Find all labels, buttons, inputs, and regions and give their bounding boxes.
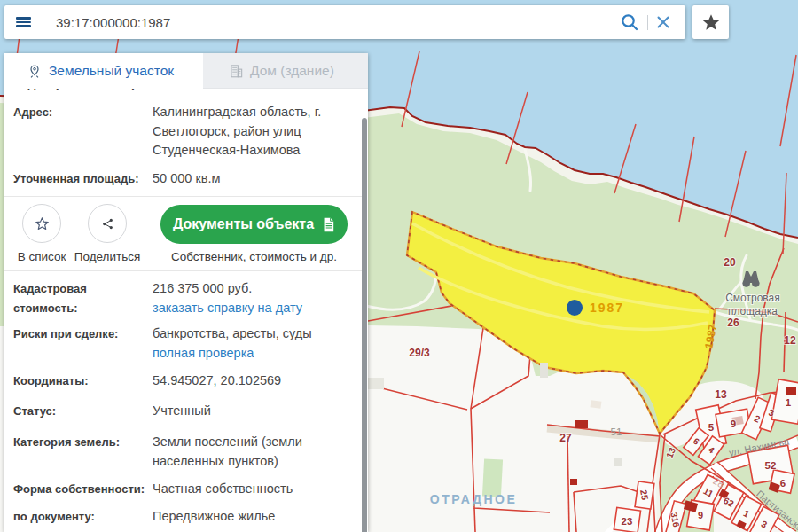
- category-label: Категория земель:: [13, 433, 146, 452]
- quarter-12: 12: [784, 334, 796, 347]
- viewpoint-label-1: Смотровая: [725, 292, 780, 304]
- divider-2: [4, 270, 362, 271]
- coords-value: 54.945027, 20.102569: [153, 372, 339, 391]
- menu-button[interactable]: [4, 5, 43, 39]
- cadnum-value: 39:17:000000:1987: [162, 89, 270, 90]
- documents-button-label: Документы объекта: [173, 216, 314, 232]
- parcel-5: 5: [708, 422, 715, 433]
- place-label: ОТРАДНОЕ: [430, 492, 518, 506]
- parcel-52: 52: [765, 460, 777, 471]
- quarter-27: 27: [559, 432, 572, 444]
- doc-label: по документу:: [13, 507, 146, 527]
- map-pin-icon: [27, 64, 42, 78]
- risks-label: Риски при сделке:: [13, 325, 146, 344]
- parcel-23: 23: [622, 516, 633, 527]
- tab-parcel-label: Земельный участок: [49, 63, 174, 79]
- address-label: Адрес:: [13, 103, 146, 122]
- ownership-label: Форма собственности:: [13, 480, 146, 499]
- panel-content: Кадастровый номер:39:17:000000:1987 Адре…: [4, 89, 362, 532]
- parcel-number-label: 1987: [590, 301, 624, 315]
- parcel-51: 51: [611, 426, 622, 437]
- address-value: Калининградская область, г. Светлогорск,…: [153, 103, 339, 160]
- category-value: Земли поселений (земли населенных пункто…: [153, 433, 339, 471]
- cadnum-label: Кадастровый номер:: [13, 89, 143, 90]
- documents-subtitle: Собственник, стоимость и др.: [160, 250, 348, 263]
- area-label: Уточненная площадь:: [13, 169, 146, 189]
- menu-icon: [16, 17, 31, 27]
- panel-tabs: Земельный участок Дом (здание): [4, 53, 368, 89]
- doc-value: Передвижное жилье: [153, 507, 339, 527]
- app: 1987 1987 20 26 12 29/3 27 13 13 51 5 9 …: [0, 0, 798, 532]
- quarter-29-3: 29/3: [409, 347, 430, 359]
- status-value: Учтенный: [153, 402, 339, 421]
- info-panel: Земельный участок Дом (здание) Кадастров…: [4, 53, 368, 532]
- clear-search-icon[interactable]: [656, 15, 670, 29]
- tab-parcel[interactable]: Земельный участок: [4, 53, 203, 89]
- parcel-13: 13: [715, 388, 727, 401]
- parcel-9b: 9: [698, 510, 703, 520]
- cad-cost-label: Кадастровая стоимость:: [13, 279, 146, 317]
- parcel-point[interactable]: [567, 300, 583, 316]
- quarter-20: 20: [724, 256, 736, 269]
- risks-link[interactable]: полная проверка: [153, 344, 339, 364]
- risks-value: банкротства, аресты, суды полная проверк…: [153, 325, 339, 363]
- share-label: Поделиться: [72, 250, 143, 263]
- quarter-26: 26: [727, 317, 739, 329]
- coords-label: Координаты:: [13, 372, 146, 391]
- cad-cost-value: 216 375 000 руб. заказать справку на дат…: [153, 279, 339, 317]
- search-input[interactable]: [43, 15, 620, 30]
- area-value: 50 000 кв.м: [153, 169, 339, 189]
- tab-building[interactable]: Дом (здание): [203, 53, 368, 89]
- star-icon: [701, 12, 721, 32]
- cad-cost-amount: 216 375 000 руб.: [153, 279, 339, 299]
- search-icon[interactable]: [620, 12, 639, 32]
- panel-scrollbar[interactable]: [362, 118, 367, 532]
- add-to-list-button[interactable]: [22, 204, 61, 243]
- documents-button[interactable]: Документы объекта: [160, 205, 348, 244]
- document-icon: [322, 217, 335, 232]
- share-icon: [101, 217, 114, 231]
- search-divider: [647, 15, 648, 30]
- star-outline-icon: [34, 215, 51, 232]
- divider-1: [4, 196, 362, 197]
- search-bar: [4, 5, 685, 39]
- ownership-value: Частная собственность: [153, 480, 339, 499]
- risks-text: банкротства, аресты, суды: [153, 325, 339, 344]
- parcel-25: 25: [638, 489, 651, 501]
- add-to-list-label: В список: [9, 250, 74, 263]
- parcel-9: 9: [731, 419, 736, 429]
- status-label: Статус:: [13, 402, 146, 421]
- share-button[interactable]: [88, 204, 127, 243]
- parcel-6b: 6: [780, 478, 786, 489]
- row-cadastral-number: Кадастровый номер:39:17:000000:1987: [4, 89, 362, 91]
- tab-building-label: Дом (здание): [250, 63, 334, 79]
- cad-cost-link[interactable]: заказать справку на дату: [153, 299, 339, 318]
- parcel-1: 1: [786, 397, 792, 408]
- building-icon: [230, 64, 243, 78]
- viewpoint-label-2: площадка: [728, 305, 778, 317]
- favorites-button[interactable]: [692, 5, 729, 39]
